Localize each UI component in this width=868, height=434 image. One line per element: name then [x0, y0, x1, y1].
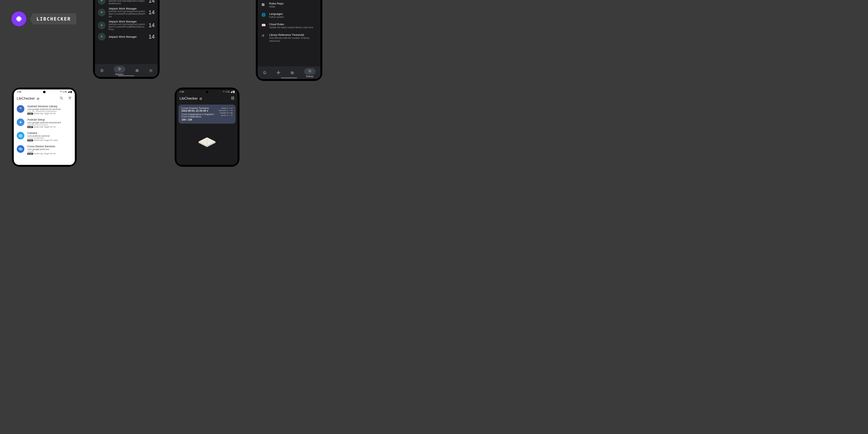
phone-statistics: Jetpack Work Managerandroidx.work.impl.b… — [95, 0, 158, 77]
setting-title: Rules Repo — [269, 2, 317, 5]
row-count: 14 — [149, 22, 155, 29]
svg-point-13 — [118, 68, 119, 69]
statistics-row[interactable]: Jetpack Work Managerandroidx.work.impl.d… — [95, 0, 158, 6]
tab-snapshot[interactable] — [290, 71, 294, 74]
svg-point-8 — [102, 70, 102, 70]
row-title: Jetpack Work Manager — [108, 35, 146, 38]
app-pkg: com.android.camera2 — [27, 134, 58, 137]
app-icon — [17, 132, 24, 140]
at-icon: @ — [37, 97, 39, 100]
snapshot-card[interactable]: Current Snapshot Timestamp 2022-08-04, 2… — [179, 105, 236, 124]
phone-snapshot: 1:00 LTE LibChecker @ Current Snapshot T… — [177, 89, 238, 165]
app-row[interactable]: Camera com.android.camera2 2.0.002 (2000… — [14, 130, 75, 143]
search-icon[interactable] — [60, 96, 63, 101]
setting-sub: Update the latest marked library rules h… — [269, 26, 317, 29]
app-abi: 64 BITarm64-v8a, Target API 33 — [27, 153, 56, 155]
svg-rect-31 — [19, 135, 22, 137]
phone-applist: 1:00 LTE LibChecker @ Android Services L… — [14, 89, 75, 165]
jetpack-icon — [98, 0, 105, 5]
app-ver: 2.0.002 (20002000) — [27, 137, 58, 139]
snapshot-ts-label: Current Snapshot Timestamp — [181, 107, 217, 110]
statistics-row[interactable]: Jetpack Work Managerandroidx.work.impl.b… — [95, 6, 158, 19]
app-icon — [17, 145, 24, 153]
svg-point-24 — [291, 72, 293, 73]
statistics-row[interactable]: Jetpack Work Manager 14 — [95, 32, 158, 41]
row-title: Jetpack Work Manager — [108, 7, 146, 10]
tab-apps[interactable] — [263, 71, 267, 74]
svg-rect-35 — [233, 91, 235, 93]
svg-rect-0 — [17, 17, 21, 21]
row-count: 14 — [149, 9, 155, 16]
app-pkg: com.google.android.ext.services — [27, 108, 61, 111]
header: LibChecker @ — [14, 94, 75, 103]
legend-row: Removed− — [219, 110, 233, 112]
setting-icon: ▦ — [261, 2, 265, 6]
svg-point-22 — [277, 72, 278, 73]
app-ver: t_frc_ext_330443000 (330443000) — [27, 111, 61, 113]
dropdown-icon[interactable]: ▾ — [207, 110, 208, 112]
tab-snapshot[interactable] — [135, 69, 139, 72]
jetpack-icon — [98, 9, 105, 16]
app-pkg: com.google.pixel.exo — [27, 148, 56, 151]
svg-rect-14 — [136, 70, 138, 72]
at-icon: @ — [199, 97, 202, 100]
brand-name: LIBCHECKER — [30, 13, 76, 25]
svg-point-20 — [279, 72, 280, 73]
page-title: LibChecker — [180, 96, 198, 101]
page-title: LibChecker — [17, 96, 35, 101]
snapshot-count: 189 / 189 — [181, 118, 217, 121]
svg-point-12 — [119, 69, 120, 70]
settings-row[interactable]: 📖 Cloud RulesUpdate the latest marked li… — [258, 21, 320, 31]
app-pkg: com.google.android.setupwizard — [27, 121, 61, 124]
svg-point-6 — [101, 36, 102, 36]
setting-icon: 📖 — [261, 23, 265, 27]
save-icon[interactable] — [231, 96, 235, 101]
row-sub: androidx.work.impl.background.systemalar… — [108, 10, 146, 18]
app-ver: 13 (33) — [27, 151, 56, 153]
sort-icon[interactable] — [68, 96, 72, 101]
app-row[interactable]: Android Setup com.google.android.setupwi… — [14, 116, 75, 130]
setting-sub: Follow system — [269, 16, 317, 19]
settings-row[interactable]: ↺ Library Reference ThresholdOnly librar… — [258, 31, 320, 45]
setting-title: Languages — [269, 12, 317, 16]
svg-point-27 — [60, 97, 62, 99]
app-row[interactable]: Cross-Device Services com.google.pixel.e… — [14, 143, 75, 156]
tab-settings[interactable] — [149, 69, 153, 72]
app-name: Android Setup — [27, 118, 61, 121]
svg-point-11 — [120, 68, 121, 69]
app-abi: 64 BITarm64-v8a, Target API 30 — [27, 113, 61, 115]
row-count: 14 — [149, 33, 155, 40]
settings-row[interactable]: ▦ Rules RepoGitlab — [258, 0, 320, 10]
app-name: Camera — [27, 131, 58, 134]
jetpack-icon — [98, 22, 105, 29]
status-right: LTE — [60, 91, 72, 93]
app-row[interactable]: Android Services Library com.google.andr… — [14, 103, 75, 116]
settings-row[interactable]: 🌐 LanguagesFollow system — [258, 10, 320, 21]
tab-statistics[interactable] — [277, 71, 280, 74]
legend-row: Added+ — [219, 107, 233, 110]
app-ver: 233.456679113 (18123) — [27, 124, 61, 126]
svg-point-5 — [101, 24, 102, 25]
svg-point-25 — [309, 70, 310, 71]
tab-apps[interactable] — [100, 69, 104, 72]
svg-point-21 — [278, 73, 279, 74]
svg-point-9 — [119, 68, 120, 69]
svg-point-7 — [101, 69, 103, 72]
setting-title: Library Reference Threshold — [269, 33, 317, 36]
setting-icon: 🌐 — [261, 13, 265, 17]
snapshot-ts: 2022-08-04, 22:25:49 — [181, 110, 206, 112]
statistics-row[interactable]: Jetpack Work Managerandroidx.work.impl.b… — [95, 19, 158, 32]
svg-rect-26 — [70, 91, 72, 93]
snapshot-count-label: Count of Applications in Snapshot / Coun… — [181, 113, 217, 118]
svg-rect-23 — [291, 72, 293, 74]
tab-settings[interactable]: Settings — [304, 68, 315, 78]
logo-chip-icon — [11, 11, 26, 26]
tab-statistics[interactable]: Statistics — [114, 66, 125, 75]
app-icon — [17, 119, 24, 126]
setting-title: Cloud Rules — [269, 23, 317, 26]
app-name: Cross-Device Services — [27, 145, 56, 148]
svg-point-30 — [20, 122, 22, 123]
row-sub: androidx.work.impl.background.systemalar… — [108, 23, 146, 31]
row-sub: androidx.work.impl.diagnostics.Diagnosti… — [108, 0, 146, 5]
svg-point-4 — [101, 11, 102, 12]
